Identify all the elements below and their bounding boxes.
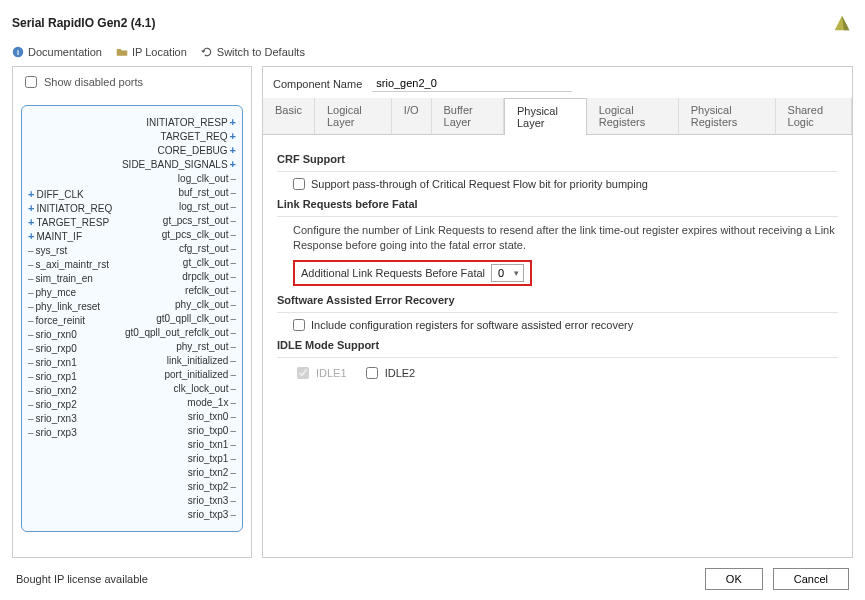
port-out-log_clk_out: log_clk_out– bbox=[178, 172, 236, 185]
refresh-icon bbox=[201, 46, 213, 58]
port-in-MAINT_IF: +MAINT_IF bbox=[28, 230, 82, 243]
switch-defaults-link[interactable]: Switch to Defaults bbox=[201, 46, 305, 58]
show-disabled-ports-checkbox[interactable] bbox=[25, 76, 37, 88]
idle1-checkbox bbox=[297, 367, 309, 379]
port-out-srio_txn2: srio_txn2– bbox=[188, 466, 236, 479]
port-out-SIDE_BAND_SIGNALS: SIDE_BAND_SIGNALS+ bbox=[122, 158, 236, 171]
tab-physical-registers[interactable]: Physical Registers bbox=[679, 98, 776, 134]
link-req-highlight: Additional Link Requests Before Fatal 0 … bbox=[293, 260, 532, 286]
port-in-srio_rxp3: –srio_rxp3 bbox=[28, 426, 77, 439]
tab-basic[interactable]: Basic bbox=[263, 98, 315, 134]
port-in-srio_rxp1: –srio_rxp1 bbox=[28, 370, 77, 383]
port-out-TARGET_REQ: TARGET_REQ+ bbox=[161, 130, 236, 143]
port-in-srio_rxp0: –srio_rxp0 bbox=[28, 342, 77, 355]
port-out-phy_rst_out: phy_rst_out– bbox=[176, 340, 236, 353]
link-req-select[interactable]: 0 bbox=[491, 264, 524, 282]
page-title: Serial RapidIO Gen2 (4.1) bbox=[12, 16, 155, 30]
port-in-sim_train_en: –sim_train_en bbox=[28, 272, 93, 285]
port-in-srio_rxn3: –srio_rxn3 bbox=[28, 412, 77, 425]
port-out-port_initialized: port_initialized– bbox=[165, 368, 237, 381]
ip-block-diagram: +DIFF_CLK+INITIATOR_REQ+TARGET_RESP+MAIN… bbox=[21, 105, 243, 532]
idle2-label: IDLE2 bbox=[385, 367, 416, 379]
port-in-srio_rxn0: –srio_rxn0 bbox=[28, 328, 77, 341]
sw-err-checkbox[interactable] bbox=[293, 319, 305, 331]
port-out-srio_txn1: srio_txn1– bbox=[188, 438, 236, 451]
idle2-checkbox[interactable] bbox=[366, 367, 378, 379]
port-out-clk_lock_out: clk_lock_out– bbox=[173, 382, 236, 395]
tab-physical-layer[interactable]: Physical Layer bbox=[504, 98, 587, 135]
port-out-log_rst_out: log_rst_out– bbox=[179, 200, 236, 213]
tab-i/o[interactable]: I/O bbox=[392, 98, 432, 134]
port-out-gt0_qpll_clk_out: gt0_qpll_clk_out– bbox=[156, 312, 236, 325]
port-out-mode_1x: mode_1x– bbox=[187, 396, 236, 409]
info-icon: i bbox=[12, 46, 24, 58]
port-out-gt_pcs_rst_out: gt_pcs_rst_out– bbox=[163, 214, 236, 227]
port-in-INITIATOR_REQ: +INITIATOR_REQ bbox=[28, 202, 112, 215]
link-req-field-label: Additional Link Requests Before Fatal bbox=[301, 267, 485, 279]
crf-section-title: CRF Support bbox=[277, 153, 838, 165]
tab-logical-layer[interactable]: Logical Layer bbox=[315, 98, 392, 134]
port-out-link_initialized: link_initialized– bbox=[167, 354, 236, 367]
license-status: Bought IP license available bbox=[16, 573, 148, 585]
ok-button[interactable]: OK bbox=[705, 568, 763, 590]
folder-icon bbox=[116, 46, 128, 58]
port-in-DIFF_CLK: +DIFF_CLK bbox=[28, 188, 84, 201]
svg-text:i: i bbox=[17, 48, 19, 57]
port-out-phy_clk_out: phy_clk_out– bbox=[175, 298, 236, 311]
tab-shared-logic[interactable]: Shared Logic bbox=[776, 98, 852, 134]
idle1-label: IDLE1 bbox=[316, 367, 347, 379]
block-design-panel: Show disabled ports +DIFF_CLK+INITIATOR_… bbox=[12, 66, 252, 558]
documentation-label: Documentation bbox=[28, 46, 102, 58]
port-out-srio_txn0: srio_txn0– bbox=[188, 410, 236, 423]
port-in-TARGET_RESP: +TARGET_RESP bbox=[28, 216, 109, 229]
component-name-input[interactable] bbox=[372, 75, 572, 92]
port-in-s_axi_maintr_rst: –s_axi_maintr_rst bbox=[28, 258, 109, 271]
port-in-srio_rxp2: –srio_rxp2 bbox=[28, 398, 77, 411]
port-out-srio_txp3: srio_txp3– bbox=[188, 508, 236, 521]
crf-passthrough-checkbox[interactable] bbox=[293, 178, 305, 190]
port-in-sys_rst: –sys_rst bbox=[28, 244, 67, 257]
ip-location-link[interactable]: IP Location bbox=[116, 46, 187, 58]
port-in-force_reinit: –force_reinit bbox=[28, 314, 85, 327]
config-panel: Component Name BasicLogical LayerI/OBuff… bbox=[262, 66, 853, 558]
port-out-gt0_qpll_out_refclk_out: gt0_qpll_out_refclk_out– bbox=[125, 326, 236, 339]
ip-location-label: IP Location bbox=[132, 46, 187, 58]
port-out-gt_clk_out: gt_clk_out– bbox=[183, 256, 236, 269]
port-in-srio_rxn2: –srio_rxn2 bbox=[28, 384, 77, 397]
cancel-button[interactable]: Cancel bbox=[773, 568, 849, 590]
port-out-INITIATOR_RESP: INITIATOR_RESP+ bbox=[146, 116, 236, 129]
sw-err-label: Include configuration registers for soft… bbox=[311, 319, 633, 331]
crf-passthrough-label: Support pass-through of Critical Request… bbox=[311, 178, 648, 190]
link-req-description: Configure the number of Link Requests to… bbox=[293, 223, 838, 254]
port-out-refclk_out: refclk_out– bbox=[185, 284, 236, 297]
port-out-srio_txp1: srio_txp1– bbox=[188, 452, 236, 465]
port-out-srio_txp2: srio_txp2– bbox=[188, 480, 236, 493]
port-in-phy_mce: –phy_mce bbox=[28, 286, 76, 299]
port-out-cfg_rst_out: cfg_rst_out– bbox=[179, 242, 236, 255]
app-logo-icon bbox=[831, 12, 853, 34]
component-name-label: Component Name bbox=[273, 78, 362, 90]
port-out-gt_pcs_clk_out: gt_pcs_clk_out– bbox=[162, 228, 236, 241]
port-out-CORE_DEBUG: CORE_DEBUG+ bbox=[158, 144, 236, 157]
switch-defaults-label: Switch to Defaults bbox=[217, 46, 305, 58]
link-req-section-title: Link Requests before Fatal bbox=[277, 198, 838, 210]
sw-err-section-title: Software Assisted Error Recovery bbox=[277, 294, 838, 306]
port-in-srio_rxn1: –srio_rxn1 bbox=[28, 356, 77, 369]
tab-buffer-layer[interactable]: Buffer Layer bbox=[432, 98, 504, 134]
tab-logical-registers[interactable]: Logical Registers bbox=[587, 98, 679, 134]
idle-section-title: IDLE Mode Support bbox=[277, 339, 838, 351]
port-out-buf_rst_out: buf_rst_out– bbox=[178, 186, 236, 199]
port-out-srio_txn3: srio_txn3– bbox=[188, 494, 236, 507]
port-out-srio_txp0: srio_txp0– bbox=[188, 424, 236, 437]
documentation-link[interactable]: i Documentation bbox=[12, 46, 102, 58]
port-out-drpclk_out: drpclk_out– bbox=[182, 270, 236, 283]
show-disabled-ports-label: Show disabled ports bbox=[44, 76, 143, 88]
port-in-phy_link_reset: –phy_link_reset bbox=[28, 300, 100, 313]
